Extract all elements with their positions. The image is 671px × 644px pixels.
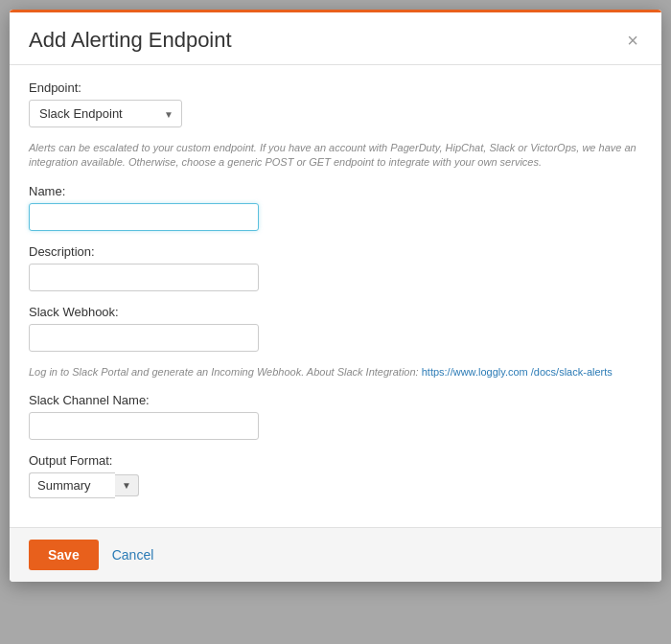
close-button[interactable]: × [623, 31, 642, 50]
slack-integration-link[interactable]: https://www.loggly.com /docs/slack-alert… [422, 366, 613, 378]
modal-overlay: Add Alerting Endpoint × Endpoint: Slack … [0, 0, 671, 644]
endpoint-select-wrapper[interactable]: Slack Endpoint PagerDuty HipChat VictorO… [29, 100, 182, 127]
modal-footer: Save Cancel [10, 527, 661, 582]
name-field-group: Name: [29, 184, 642, 231]
modal-body: Endpoint: Slack Endpoint PagerDuty HipCh… [10, 65, 661, 527]
slack-webhook-field-group: Slack Webhook: [29, 305, 642, 352]
modal-header: Add Alerting Endpoint × [10, 10, 661, 65]
slack-channel-input[interactable] [29, 412, 259, 440]
slack-webhook-help: Log in to Slack Portal and generate an I… [29, 365, 642, 380]
output-format-wrapper: Summary Full ▼ [29, 472, 642, 498]
slack-webhook-input[interactable] [29, 324, 259, 352]
endpoint-select[interactable]: Slack Endpoint PagerDuty HipChat VictorO… [29, 100, 182, 127]
slack-webhook-label: Slack Webhook: [29, 305, 642, 319]
name-input[interactable] [29, 203, 259, 231]
endpoint-field-group: Endpoint: Slack Endpoint PagerDuty HipCh… [29, 80, 642, 127]
cancel-button[interactable]: Cancel [108, 540, 158, 570]
output-format-dropdown-arrow[interactable]: ▼ [115, 474, 139, 496]
save-button[interactable]: Save [29, 540, 99, 570]
description-input[interactable] [29, 264, 259, 291]
modal-dialog: Add Alerting Endpoint × Endpoint: Slack … [10, 10, 661, 582]
modal-title: Add Alerting Endpoint [29, 28, 232, 53]
slack-channel-field-group: Slack Channel Name: [29, 393, 642, 440]
endpoint-label: Endpoint: [29, 80, 642, 95]
slack-channel-label: Slack Channel Name: [29, 393, 642, 407]
output-format-field-group: Output Format: Summary Full ▼ [29, 453, 642, 498]
slack-webhook-help-text: Log in to Slack Portal and generate an I… [29, 366, 422, 378]
output-format-label: Output Format: [29, 453, 642, 468]
description-label: Description: [29, 244, 642, 259]
name-label: Name: [29, 184, 642, 198]
description-field-group: Description: [29, 244, 642, 291]
output-format-select[interactable]: Summary Full [29, 472, 115, 498]
endpoint-help-text: Alerts can be escalated to your custom e… [29, 141, 642, 171]
